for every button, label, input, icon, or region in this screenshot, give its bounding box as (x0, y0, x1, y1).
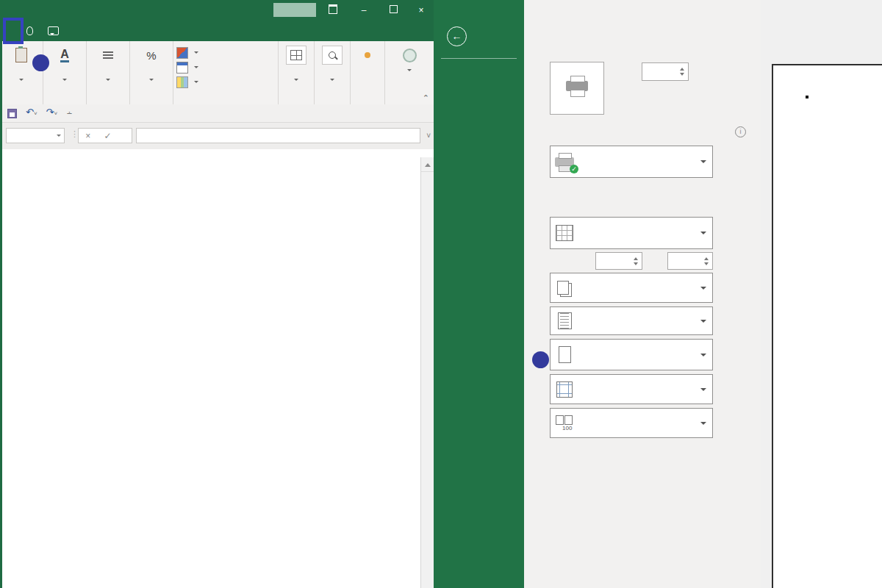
acrobat-icon (403, 49, 417, 62)
paper-size-dropdown-icon[interactable] (700, 354, 706, 359)
cells-button[interactable] (282, 46, 311, 85)
expand-formula-bar-icon[interactable]: ˅ (426, 132, 431, 140)
paper-size-icon (559, 346, 571, 363)
preview-page (772, 64, 882, 588)
backstage-sidebar: ← (434, 0, 524, 588)
orientation-select[interactable] (550, 306, 713, 335)
comment-icon[interactable] (48, 26, 59, 35)
addins-button[interactable] (354, 46, 381, 66)
collapse-ribbon-icon[interactable]: ⌃ (423, 93, 429, 103)
copies-stepper[interactable] (642, 62, 689, 81)
spreadsheet-grid (0, 157, 421, 588)
addin-dot-icon (365, 52, 370, 58)
pages-from-stepper[interactable] (595, 252, 642, 270)
conditional-formatting-icon (176, 47, 188, 59)
scroll-up-icon[interactable] (421, 157, 434, 172)
preview-table (806, 96, 808, 98)
pages-to-stepper[interactable] (667, 252, 713, 270)
print-what-select[interactable] (550, 217, 713, 249)
tell-me[interactable] (21, 21, 59, 41)
save-icon[interactable] (7, 109, 17, 118)
title-bar: – × (0, 0, 434, 21)
cells-icon (290, 50, 302, 60)
clipboard-group (0, 41, 43, 104)
cells-group (279, 41, 315, 104)
no-scaling-icon: 100 (556, 415, 573, 431)
minimize-icon[interactable]: – (353, 4, 375, 16)
format-as-table-icon (176, 62, 188, 74)
margins-dropdown-icon[interactable] (700, 388, 706, 394)
name-box[interactable] (6, 128, 65, 143)
close-icon[interactable]: × (410, 4, 432, 16)
print-what-dropdown-icon[interactable] (700, 232, 706, 237)
conditional-formatting-button[interactable] (176, 47, 198, 59)
margins-select[interactable] (550, 374, 713, 404)
font-button[interactable]: A (46, 46, 83, 85)
screenshot-root: – × A (0, 0, 882, 588)
format-as-table-button[interactable] (176, 62, 198, 74)
formula-bar: ⋮ × ✓ ˅ (0, 123, 434, 149)
acrobat-button[interactable] (388, 46, 431, 76)
redo-icon[interactable]: ↷˅ (46, 107, 58, 119)
ribbon: A % (0, 41, 434, 105)
number-group: % (130, 41, 173, 104)
decrement-icon[interactable] (680, 73, 684, 78)
editing-group (315, 41, 351, 104)
ready-check-icon: ✓ (570, 165, 578, 173)
percent-icon: % (146, 51, 156, 60)
printer-icon (566, 81, 588, 91)
annotation-step-1 (32, 54, 49, 71)
font-group: A (43, 41, 87, 104)
maximize-icon[interactable] (382, 4, 404, 16)
scaling-select[interactable]: 100 (550, 408, 713, 438)
sidebar-divider (441, 58, 517, 59)
align-icon (103, 50, 113, 60)
print-preview-area (761, 0, 882, 588)
print-panel: i ✓ (524, 0, 761, 588)
excel-window: – × A (0, 0, 434, 588)
collate-icon (557, 281, 569, 295)
cancel-entry-icon[interactable]: × (85, 131, 90, 141)
annotation-step-2 (532, 351, 549, 368)
printer-device-icon: ✓ (555, 157, 574, 167)
alignment-group (87, 41, 130, 104)
increment-icon[interactable] (680, 65, 684, 71)
addins-group (351, 41, 385, 104)
back-button[interactable]: ← (447, 26, 467, 46)
ribbon-display-options-icon[interactable] (322, 4, 344, 16)
paste-icon (15, 48, 27, 62)
ribbon-tab-bar (0, 21, 434, 41)
portrait-icon (558, 312, 572, 329)
editing-button[interactable] (318, 46, 347, 85)
name-box-dropdown-icon[interactable] (57, 135, 61, 139)
lightbulb-icon (26, 26, 33, 35)
scaling-dropdown-icon[interactable] (700, 422, 706, 428)
window-left-border (0, 0, 2, 588)
undo-icon[interactable]: ↶˅ (26, 107, 37, 119)
info-icon[interactable]: i (735, 126, 746, 137)
customize-qat-icon[interactable]: ∸ (66, 110, 72, 118)
quick-access-toolbar: ↶˅ ↷˅ ∸ (0, 104, 434, 123)
collation-select[interactable] (550, 273, 713, 303)
formula-buttons: × ✓ (78, 128, 132, 143)
orientation-dropdown-icon[interactable] (700, 320, 706, 326)
number-button[interactable]: % (133, 46, 170, 85)
cell-styles-icon (176, 76, 188, 88)
printer-dropdown-icon[interactable] (700, 160, 706, 166)
alignment-button[interactable] (90, 46, 126, 85)
cell-styles-button[interactable] (176, 76, 198, 88)
tab-file[interactable] (6, 21, 21, 41)
formula-input[interactable] (136, 128, 420, 143)
paper-size-select[interactable] (550, 339, 713, 370)
print-sheet-icon (556, 225, 573, 241)
confirm-entry-icon[interactable]: ✓ (104, 131, 111, 141)
vertical-scrollbar[interactable] (420, 157, 434, 588)
collation-dropdown-icon[interactable] (700, 287, 706, 293)
print-button[interactable] (550, 62, 604, 115)
sign-in-button[interactable] (273, 3, 316, 17)
styles-group (173, 41, 279, 104)
magnifier-icon (329, 51, 336, 59)
printer-select[interactable]: ✓ (550, 146, 713, 178)
font-icon: A (60, 48, 69, 62)
margins-icon (556, 381, 573, 398)
